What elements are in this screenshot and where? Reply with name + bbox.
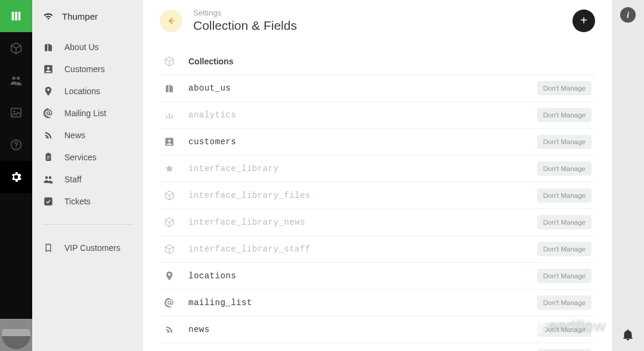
sidebar-item-label: Tickets (64, 197, 91, 206)
cube-icon (164, 244, 175, 254)
sidebar-item-label: VIP Customers (64, 243, 120, 253)
building-icon (43, 42, 54, 52)
rail-collections[interactable] (0, 32, 32, 64)
arrow-left-icon (166, 15, 177, 26)
sidebar-item-label: Locations (64, 86, 100, 96)
back-button[interactable] (160, 10, 182, 32)
person-box-icon (164, 136, 175, 147)
dont-manage-button[interactable]: Don't Manage (537, 322, 592, 337)
star-icon (164, 163, 175, 174)
info-button[interactable]: i (620, 7, 636, 23)
right-rail: i (612, 0, 644, 351)
bell-icon (621, 328, 634, 341)
rail-users[interactable] (0, 64, 32, 97)
bookmark-icon (43, 243, 54, 253)
collection-row[interactable]: mailing_listDon't Manage (160, 290, 595, 316)
section-title: Collections (188, 57, 233, 66)
dont-manage-button[interactable]: Don't Manage (537, 108, 592, 122)
rail-settings[interactable] (0, 161, 32, 193)
icon-rail (0, 0, 32, 351)
dont-manage-button[interactable]: Don't Manage (537, 188, 592, 203)
dont-manage-button[interactable]: Don't Manage (537, 135, 592, 149)
collection-row[interactable]: interface_libraryDon't Manage (160, 156, 595, 182)
avatar-image (2, 321, 30, 349)
collection-row[interactable]: interface_library_staffDon't Manage (160, 236, 595, 263)
sidebar-item-label: Services (64, 153, 97, 162)
cube-icon (164, 217, 175, 228)
wifi-icon (43, 11, 54, 21)
dont-manage-button[interactable]: Don't Manage (537, 269, 592, 283)
sidebar-item-services[interactable]: Services (32, 146, 143, 168)
bars-icon (164, 110, 175, 120)
project-name: Thumper (62, 11, 98, 21)
dont-manage-button[interactable]: Don't Manage (537, 81, 592, 95)
rss-icon (43, 130, 54, 141)
collection-name: mailing_list (188, 298, 524, 307)
sidebar-item-news[interactable]: News (32, 124, 143, 146)
collection-name: locations (188, 271, 524, 281)
nav-divider (43, 224, 132, 225)
sidebar-item-label: News (64, 131, 85, 140)
breadcrumb[interactable]: Settings (193, 8, 297, 17)
rss-icon (164, 324, 175, 335)
collection-name: interface_library (188, 164, 524, 173)
collection-name: interface_library_staff (188, 244, 524, 254)
collection-row[interactable]: about_usDon't Manage (160, 75, 595, 102)
collection-row[interactable]: customersDon't Manage (160, 129, 595, 156)
dont-manage-button[interactable]: Don't Manage (537, 296, 592, 310)
sidebar-item-mailing-list[interactable]: Mailing List (32, 102, 143, 124)
dont-manage-button[interactable]: Don't Manage (537, 215, 592, 229)
collection-name: news (188, 325, 524, 334)
main-content: Settings Collection & Fields + Collectio… (143, 0, 612, 351)
sidebar-item-about-us[interactable]: About Us (32, 36, 143, 58)
page-title: Collection & Fields (193, 18, 297, 33)
collection-row[interactable]: interface_library_filesDon't Manage (160, 182, 595, 209)
collection-name: interface_library_news (188, 218, 524, 227)
user-avatar[interactable] (0, 319, 32, 351)
pin-icon (164, 271, 175, 281)
cube-icon (163, 55, 175, 67)
notifications-button[interactable] (612, 319, 644, 351)
cube-icon (164, 190, 175, 201)
building-icon (164, 83, 175, 94)
add-button[interactable]: + (572, 10, 595, 32)
at-icon (164, 297, 175, 308)
collection-row[interactable]: newsDon't Manage (160, 316, 595, 343)
rail-help[interactable] (0, 129, 32, 161)
pin-icon (43, 86, 54, 97)
collection-name: customers (188, 137, 524, 147)
person-box-icon (43, 64, 54, 74)
project-switcher[interactable]: Thumper (32, 0, 143, 32)
clipboard-icon (43, 152, 54, 163)
collection-name: analytics (188, 110, 524, 120)
dont-manage-button[interactable]: Don't Manage (537, 242, 592, 256)
collection-name: interface_library_files (188, 191, 524, 200)
sidebar-item-vip-customers[interactable]: VIP Customers (32, 237, 143, 259)
at-icon (43, 108, 54, 119)
sidebar-item-staff[interactable]: Staff (32, 168, 143, 190)
sidebar-item-label: About Us (64, 42, 99, 52)
collection-row[interactable]: locationsDon't Manage (160, 263, 595, 290)
sidebar-item-label: Mailing List (64, 108, 106, 118)
section-header: Collections (160, 48, 595, 75)
sidebar-item-label: Staff (64, 175, 82, 184)
sidebar-item-locations[interactable]: Locations (32, 80, 143, 102)
sidebar-item-customers[interactable]: Customers (32, 58, 143, 80)
collection-row[interactable]: interface_library_newsDon't Manage (160, 209, 595, 236)
check-box-icon (43, 196, 54, 207)
collection-row[interactable]: news_relationsDon't Manage (160, 343, 595, 351)
rail-files[interactable] (0, 97, 32, 129)
people-icon (43, 174, 54, 185)
collection-name: about_us (188, 83, 524, 93)
sidebar-item-tickets[interactable]: Tickets (32, 190, 143, 212)
sidebar-item-label: Customers (64, 64, 105, 74)
sidebar: Thumper About UsCustomersLocationsMailin… (32, 0, 143, 351)
collection-row[interactable]: analyticsDon't Manage (160, 102, 595, 129)
dont-manage-button[interactable]: Don't Manage (537, 161, 592, 176)
